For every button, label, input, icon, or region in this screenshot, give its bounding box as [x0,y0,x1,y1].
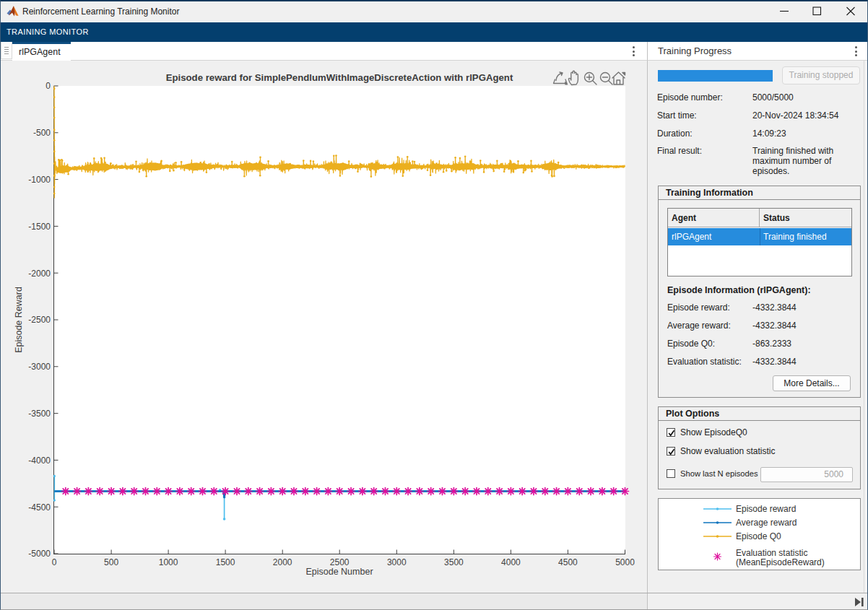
svg-text:-4000: -4000 [28,456,51,466]
svg-text:3000: 3000 [387,557,407,567]
svg-text:1500: 1500 [216,557,235,567]
svg-text:1000: 1000 [159,557,178,567]
svg-text:4500: 4500 [558,557,578,567]
svg-text:Episode Reward: Episode Reward [14,287,24,353]
svg-text:-3500: -3500 [28,409,51,419]
svg-text:500: 500 [104,557,118,567]
svg-text:-2500: -2500 [28,315,51,325]
svg-text:Episode reward: Episode reward [736,504,796,514]
svg-text:Evaluation statistic: Evaluation statistic [736,548,807,558]
svg-text:-1000: -1000 [28,175,51,185]
svg-text:Episode reward for SimplePendl: Episode reward for SimplePendlumWithImag… [166,72,513,83]
svg-text:-5000: -5000 [28,549,51,559]
svg-text:-2000: -2000 [28,269,51,279]
svg-text:Episode Number: Episode Number [305,567,373,577]
svg-text:3500: 3500 [444,557,464,567]
svg-text:-3000: -3000 [28,362,51,372]
svg-text:0: 0 [52,557,57,567]
svg-text:2000: 2000 [273,557,292,567]
svg-text:2500: 2500 [330,557,350,567]
svg-text:5000: 5000 [615,557,635,567]
svg-text:Episode Q0: Episode Q0 [736,531,781,541]
svg-text:-4500: -4500 [28,502,51,513]
svg-text:Average reward: Average reward [736,518,797,528]
svg-text:0: 0 [45,81,51,91]
svg-text:-500: -500 [33,128,51,138]
svg-text:4000: 4000 [501,557,521,567]
svg-text:-1500: -1500 [28,222,51,232]
svg-text:(MeanEpisodeReward): (MeanEpisodeReward) [736,557,825,567]
